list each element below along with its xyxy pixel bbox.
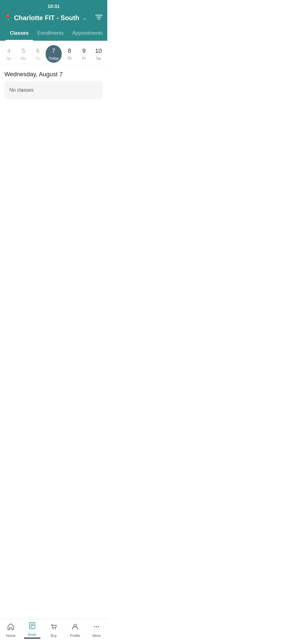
calendar-day-4[interactable]: 4 Su	[2, 45, 15, 63]
calendar-day-8[interactable]: 8 Th	[63, 45, 76, 63]
calendar-day-10[interactable]: 10 Sa	[92, 45, 105, 63]
no-classes-card: No classes	[4, 81, 103, 99]
tab-appointments[interactable]: Appointments	[68, 26, 107, 41]
no-classes-text: No classes	[9, 87, 34, 93]
day-label: Fr	[82, 56, 86, 61]
location-name: Charlotte FIT - South	[14, 14, 79, 22]
day-number: 4	[7, 47, 10, 54]
day-number: 9	[82, 47, 86, 54]
location-selector[interactable]: 📍 Charlotte FIT - South ⌄	[4, 14, 87, 22]
main-content: Wednesday, August 7 No classes	[0, 65, 107, 230]
tab-enrollments[interactable]: Enrollments	[33, 26, 68, 41]
day-number: 6	[36, 47, 39, 54]
day-number: 7	[52, 47, 55, 54]
day-number: 8	[68, 47, 71, 54]
calendar-day-9[interactable]: 9 Fr	[77, 45, 90, 63]
filter-button[interactable]	[95, 14, 103, 22]
day-number: 5	[22, 47, 25, 54]
day-label: Sa	[96, 56, 101, 61]
day-label: Mo	[21, 56, 26, 61]
day-label: Su	[6, 56, 11, 61]
calendar-strip: 4 Su 5 Mo 6 Tu 7 Today 8 Th 9 Fr 10 Sa	[0, 41, 107, 65]
day-label-today: Today	[48, 56, 59, 61]
date-heading: Wednesday, August 7	[0, 65, 107, 81]
day-label: Th	[67, 56, 72, 61]
day-number: 10	[95, 47, 102, 54]
location-pin-icon: 📍	[4, 14, 12, 21]
day-label: Tu	[36, 56, 40, 61]
calendar-day-7-today[interactable]: 7 Today	[46, 45, 61, 63]
header-location-row: 📍 Charlotte FIT - South ⌄	[4, 14, 103, 26]
header: 📍 Charlotte FIT - South ⌄ Classes Enroll…	[0, 11, 107, 41]
tabs-bar: Classes Enrollments Appointments	[4, 26, 103, 41]
chevron-down-icon: ⌄	[82, 15, 87, 21]
status-time: 10:31	[48, 4, 59, 9]
calendar-day-6[interactable]: 6 Tu	[31, 45, 45, 63]
calendar-day-5[interactable]: 5 Mo	[17, 45, 30, 63]
status-bar: 10:31	[0, 0, 107, 11]
tab-classes[interactable]: Classes	[6, 26, 33, 41]
